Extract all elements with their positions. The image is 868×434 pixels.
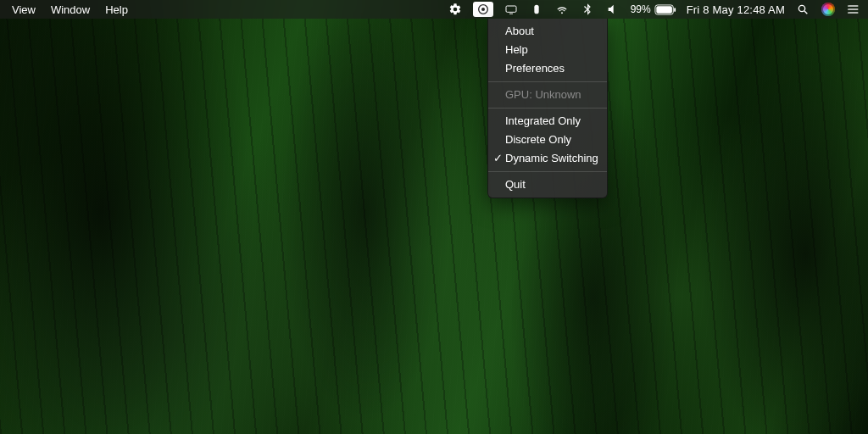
menu-item-integrated-only[interactable]: Integrated Only [488,112,607,131]
menu-window[interactable]: Window [51,3,90,16]
svg-point-1 [481,8,485,11]
mouse-icon[interactable] [529,2,544,17]
bluetooth-icon[interactable] [580,2,595,17]
menu-separator [488,81,607,82]
gpu-switch-icon[interactable] [473,2,493,17]
siri-icon[interactable] [821,2,836,17]
menu-item-gpu-status: GPU: Unknown [488,86,607,104]
battery-percent-label: 99% [631,3,651,15]
wifi-icon[interactable] [554,2,570,17]
desktop-wallpaper [0,0,868,434]
svg-point-13 [848,5,849,7]
gear-icon[interactable] [448,2,463,17]
svg-rect-2 [506,6,516,12]
menu-help[interactable]: Help [105,3,128,16]
spotlight-icon[interactable] [795,2,810,17]
volume-icon[interactable] [605,2,620,17]
menu-separator [488,108,607,108]
menu-item-quit[interactable]: Quit [488,175,607,194]
menu-separator [488,171,607,172]
battery-status[interactable]: 99% [631,3,676,15]
menubar-right: 99% Fri 8 May 12:48 AM [448,2,861,17]
menu-item-help[interactable]: Help [488,41,607,59]
svg-point-14 [848,8,849,10]
display-icon[interactable] [504,2,519,17]
menu-view[interactable]: View [12,3,36,16]
gpu-switch-menu: About Help Preferences GPU: Unknown Inte… [487,19,608,198]
svg-rect-6 [656,6,672,13]
menu-item-about[interactable]: About [488,22,607,41]
menu-item-dynamic-switching[interactable]: Dynamic Switching [488,149,607,168]
svg-line-9 [804,11,807,14]
notification-center-icon[interactable] [846,2,861,17]
svg-rect-7 [674,8,676,12]
svg-point-8 [798,5,804,11]
menubar: View Window Help 99% Fri 8 May 12:48 AM [0,0,868,19]
svg-rect-4 [534,5,538,14]
svg-point-15 [848,12,849,14]
menubar-left: View Window Help [12,3,128,16]
menu-item-discrete-only[interactable]: Discrete Only [488,131,607,149]
menubar-clock[interactable]: Fri 8 May 12:48 AM [687,3,785,16]
menu-item-preferences[interactable]: Preferences [488,59,607,78]
svg-rect-3 [509,14,513,14]
